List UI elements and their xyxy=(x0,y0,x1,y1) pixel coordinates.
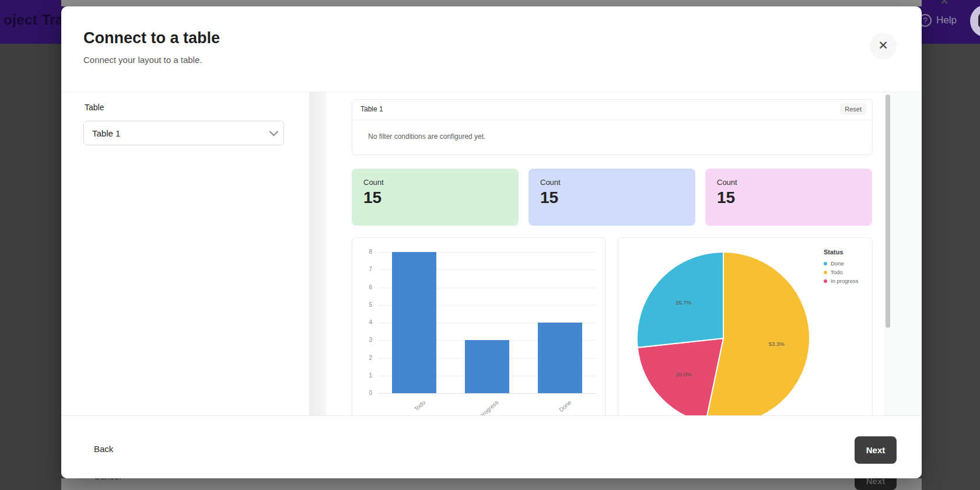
close-icon[interactable]: ✕ xyxy=(870,33,897,60)
bar xyxy=(538,323,582,393)
filter-empty-text: No filter conditions are configured yet. xyxy=(368,132,485,141)
legend-dot-icon xyxy=(824,262,827,265)
dimmed-dialog-footer xyxy=(61,478,922,490)
dimmed-dialog-top-edge: ✕ xyxy=(61,0,922,6)
connect-table-dialog: Connect to a table Connect your layout t… xyxy=(61,6,922,478)
count-label: Count xyxy=(363,178,384,187)
filter-card-header: Table 1 Reset xyxy=(352,100,872,120)
y-tick-label: 1 xyxy=(352,372,372,379)
legend-title: Status xyxy=(824,249,859,256)
legend-item: Done xyxy=(824,260,859,267)
filter-card: Table 1 Reset No filter conditions are c… xyxy=(352,99,873,155)
pie-legend: StatusDoneTodoIn progress xyxy=(824,249,859,286)
legend-label: Done xyxy=(831,260,844,267)
legend-label: In progress xyxy=(831,278,859,284)
y-tick-label: 3 xyxy=(352,337,372,343)
y-tick-label: 7 xyxy=(352,266,372,272)
legend-item: Todo xyxy=(824,269,859,275)
count-label: Count xyxy=(717,178,737,187)
table-select-value: Table 1 xyxy=(92,128,120,138)
dashboard-preview: Table 1 Reset No filter conditions are c… xyxy=(327,92,884,422)
legend-item: In progress xyxy=(824,278,859,284)
pie-percent-label: 53.3% xyxy=(769,341,785,347)
dialog-title: Connect to a table xyxy=(83,29,220,47)
pie-percent-label: 20.0% xyxy=(676,371,691,377)
filter-card-title: Table 1 xyxy=(360,105,383,113)
count-card-green: Count 15 xyxy=(352,169,519,226)
count-value: 15 xyxy=(540,188,558,207)
pie-chart-card: 53.3%20.0%26.7%StatusDoneTodoIn progress xyxy=(618,237,873,422)
scrollbar-thumb[interactable] xyxy=(886,94,890,328)
background-close-icon: ✕ xyxy=(939,0,950,6)
bar-chart-card: 012345678TodoIn progressDone xyxy=(352,237,606,422)
y-tick-label: 2 xyxy=(352,355,372,361)
count-card-pink: Count 15 xyxy=(705,169,872,226)
y-tick-label: 6 xyxy=(352,284,372,290)
table-select[interactable]: Table 1 xyxy=(83,121,284,145)
count-label: Count xyxy=(540,178,561,187)
dialog-subtitle: Connect your layout to a table. xyxy=(83,55,202,65)
legend-dot-icon xyxy=(824,271,827,274)
y-tick-label: 5 xyxy=(352,302,372,308)
dimmed-page-left xyxy=(0,44,61,490)
preview-right-pad xyxy=(891,92,922,422)
chevron-down-icon xyxy=(270,127,279,136)
bar xyxy=(392,252,436,393)
reset-button[interactable]: Reset xyxy=(840,103,866,115)
y-tick-label: 8 xyxy=(352,249,372,255)
bar xyxy=(465,340,509,393)
avatar xyxy=(970,5,980,37)
back-button[interactable]: Back xyxy=(94,444,113,454)
y-tick-label: 4 xyxy=(352,319,372,326)
count-value: 15 xyxy=(717,188,735,207)
legend-label: Todo xyxy=(831,269,843,275)
legend-dot-icon xyxy=(824,279,827,283)
table-field-label: Table xyxy=(85,103,104,112)
pie-percent-label: 26.7% xyxy=(676,299,691,306)
help-button: ? Help xyxy=(919,14,957,27)
help-label: Help xyxy=(936,15,957,26)
grid-line xyxy=(378,393,596,394)
y-tick-label: 0 xyxy=(352,390,372,396)
dimmed-page-right xyxy=(922,44,980,490)
count-card-blue: Count 15 xyxy=(528,169,695,226)
screen: oject Trac ? Help ✕ Cancel Next Connect … xyxy=(0,0,980,490)
count-value: 15 xyxy=(363,188,382,207)
dialog-footer: Back Next xyxy=(61,415,922,478)
preview-scrollbar[interactable] xyxy=(884,92,891,422)
next-button[interactable]: Next xyxy=(855,436,897,464)
